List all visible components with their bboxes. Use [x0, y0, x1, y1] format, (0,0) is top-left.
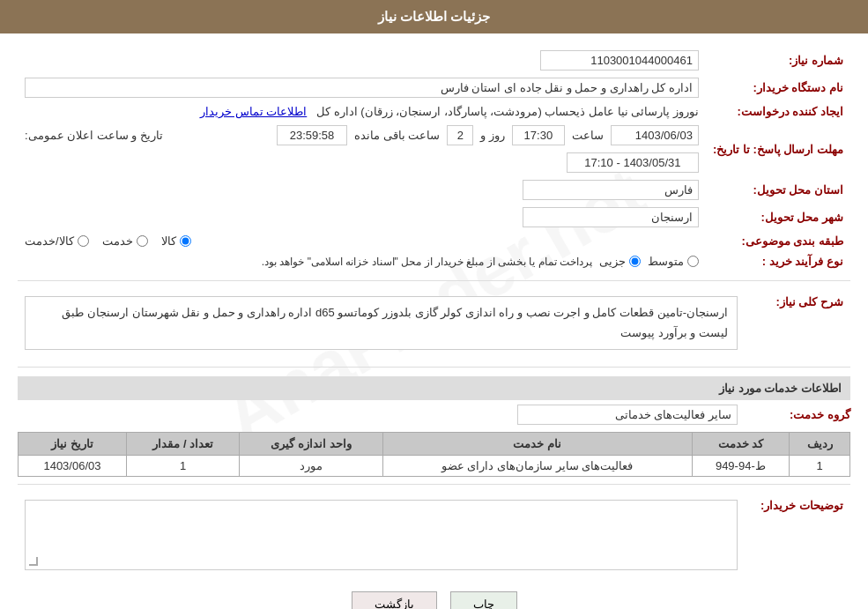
send-time-value: 17:30	[512, 125, 565, 145]
category-kala-khadamat-label: کالا/خدمت	[25, 234, 74, 248]
process-label: نوع فرآیند خرید :	[706, 251, 850, 271]
announce-date-label: تاریخ و ساعت اعلان عمومی:	[25, 129, 163, 142]
table-row: 1 ط-94-949 فعالیت‌های سایر سازمان‌های دا…	[19, 455, 850, 476]
services-header: اطلاعات خدمات مورد نیاز	[18, 376, 850, 400]
category-kala-khadamat-radio[interactable]	[78, 235, 89, 247]
contact-info-link[interactable]: اطلاعات تماس خریدار	[200, 105, 307, 118]
category-label: طبقه بندی موضوعی:	[706, 231, 850, 251]
divider-1	[18, 280, 850, 281]
process-motavaset-label: متوسط	[648, 255, 684, 268]
category-kala-label: کالا	[161, 234, 176, 248]
buyer-org-value: اداره کل راهداری و حمل و نقل جاده ای است…	[25, 78, 699, 98]
process-jozvi-label: جزیی	[599, 255, 626, 268]
cell-radif: 1	[790, 455, 850, 476]
buyer-org-label: نام دستگاه خریدار:	[706, 74, 850, 101]
process-jozvi-option: جزیی	[599, 255, 641, 268]
col-code: کد خدمت	[692, 432, 790, 455]
buyer-desc-label: توضیحات خریدار:	[745, 492, 850, 578]
description-label: شرح کلی نیاز:	[745, 288, 850, 358]
announce-date-value: 1403/05/31 - 17:10	[567, 152, 699, 173]
process-motavaset-option: متوسط	[648, 255, 699, 268]
need-number-label: شماره نیاز:	[706, 47, 850, 74]
category-khadamat-radio[interactable]	[137, 235, 148, 247]
resize-corner	[29, 557, 38, 566]
send-time-label: ساعت	[572, 129, 604, 142]
process-note: پرداخت تمام یا بخشی از مبلغ خریدار از مح…	[262, 256, 592, 268]
services-table: ردیف کد خدمت نام خدمت واحد اندازه گیری ت…	[18, 432, 850, 477]
send-days-value: 2	[447, 125, 473, 145]
page-title: جزئیات اطلاعات نیاز	[378, 9, 490, 24]
send-date-label: مهلت ارسال پاسخ: تا تاریخ:	[706, 122, 850, 176]
creator-label: ایجاد کننده درخواست:	[706, 101, 850, 122]
col-count: تعداد / مقدار	[126, 432, 240, 455]
category-kala-khadamat-option: کالا/خدمت	[25, 234, 89, 248]
send-date-value: 1403/06/03	[611, 125, 699, 145]
cell-count: 1	[126, 455, 240, 476]
button-row: چاپ بازگشت	[18, 591, 850, 609]
category-kala-option: کالا	[161, 234, 191, 248]
divider-2	[18, 367, 850, 368]
service-group-label: گروه خدمت:	[745, 408, 850, 421]
back-button[interactable]: بازگشت	[352, 591, 437, 609]
send-days-label: روز و	[480, 129, 505, 142]
cell-code: ط-94-949	[692, 455, 790, 476]
city-value: ارسنجان	[523, 207, 699, 227]
service-group-value: سایر فعالیت‌های خدماتی	[517, 405, 738, 425]
cell-unit: مورد	[240, 455, 382, 476]
send-remaining-label: ساعت باقی مانده	[354, 129, 440, 142]
process-motavaset-radio[interactable]	[687, 256, 699, 267]
col-date: تاریخ نیاز	[19, 432, 127, 455]
creator-value: نوروز پارسائی نیا عامل ذیحساب (مرودشت، پ…	[316, 105, 699, 118]
need-number-value: 1103001044000461	[540, 50, 699, 71]
col-radif: ردیف	[790, 432, 850, 455]
province-label: استان محل تحویل:	[706, 176, 850, 204]
province-value: فارس	[523, 180, 699, 200]
col-unit: واحد اندازه گیری	[240, 432, 382, 455]
page-header: جزئیات اطلاعات نیاز	[0, 0, 868, 33]
cell-date: 1403/06/03	[19, 455, 127, 476]
category-khadamat-option: خدمت	[102, 234, 148, 248]
category-kala-radio[interactable]	[180, 235, 191, 247]
category-khadamat-label: خدمت	[102, 234, 133, 248]
send-remaining-value: 23:59:58	[277, 125, 347, 145]
buyer-desc-box	[25, 500, 738, 570]
cell-name: فعالیت‌های سایر سازمان‌های دارای عضو	[382, 455, 692, 476]
print-button[interactable]: چاپ	[450, 591, 517, 609]
divider-3	[18, 484, 850, 485]
process-jozvi-radio[interactable]	[629, 256, 641, 267]
col-name: نام خدمت	[382, 432, 692, 455]
city-label: شهر محل تحویل:	[706, 204, 850, 231]
description-value: ارسنجان-تامین قطعات کامل و اجرت نصب و را…	[25, 296, 738, 350]
